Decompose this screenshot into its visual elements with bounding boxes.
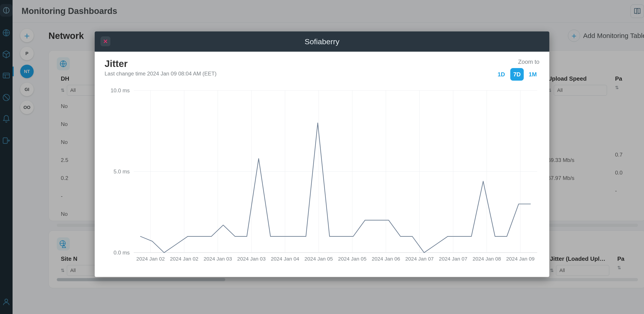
zoom-label: Zoom to xyxy=(494,58,540,65)
zoom-7d[interactable]: 7D xyxy=(510,68,524,81)
close-icon xyxy=(103,39,108,44)
modal-title: Sofiaberry xyxy=(95,37,549,46)
svg-text:2024 Jan 07: 2024 Jan 07 xyxy=(405,256,434,262)
svg-text:2024 Jan 06: 2024 Jan 06 xyxy=(372,256,400,262)
svg-text:2024 Jan 07: 2024 Jan 07 xyxy=(439,256,468,262)
zoom-1m[interactable]: 1M xyxy=(526,68,540,81)
svg-text:2024 Jan 03: 2024 Jan 03 xyxy=(237,256,266,262)
metric-subtitle: Last change time 2024 Jan 09 08:04 AM (E… xyxy=(104,71,216,77)
chart-modal: Sofiaberry Jitter Last change time 2024 … xyxy=(95,32,549,277)
svg-text:2024 Jan 05: 2024 Jan 05 xyxy=(338,256,367,262)
svg-text:2024 Jan 04: 2024 Jan 04 xyxy=(271,256,299,262)
svg-text:2024 Jan 02: 2024 Jan 02 xyxy=(136,256,165,262)
modal-header: Sofiaberry xyxy=(95,32,549,52)
jitter-chart: 0.0 ms5.0 ms10.0 ms2024 Jan 022024 Jan 0… xyxy=(104,84,540,268)
svg-text:10.0 ms: 10.0 ms xyxy=(110,88,130,93)
svg-text:0.0 ms: 0.0 ms xyxy=(114,250,130,256)
svg-text:2024 Jan 02: 2024 Jan 02 xyxy=(170,256,198,262)
metric-name: Jitter xyxy=(104,58,216,69)
svg-text:2024 Jan 05: 2024 Jan 05 xyxy=(304,256,333,262)
svg-text:2024 Jan 09: 2024 Jan 09 xyxy=(506,256,535,262)
close-button[interactable] xyxy=(100,36,110,46)
svg-text:5.0 ms: 5.0 ms xyxy=(114,169,130,175)
zoom-1d[interactable]: 1D xyxy=(494,68,508,81)
svg-text:2024 Jan 03: 2024 Jan 03 xyxy=(204,256,232,262)
svg-text:2024 Jan 08: 2024 Jan 08 xyxy=(472,256,501,262)
